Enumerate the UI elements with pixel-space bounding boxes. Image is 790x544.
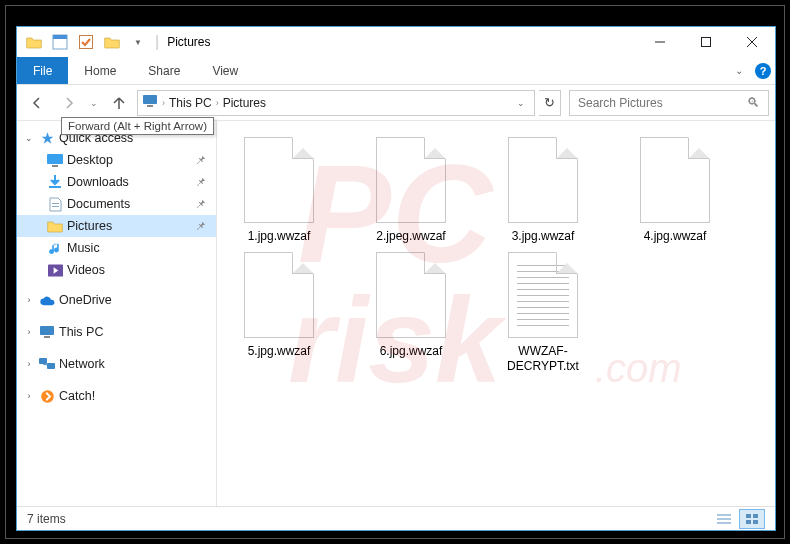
file-icon xyxy=(640,137,710,223)
sidebar-item-catch[interactable]: › Catch! xyxy=(17,385,216,407)
forward-button[interactable] xyxy=(55,90,83,116)
sidebar-label: Network xyxy=(59,357,105,371)
folder-icon xyxy=(47,174,63,190)
file-item[interactable]: 4.jpg.wwzaf xyxy=(621,137,729,244)
sidebar-item-onedrive[interactable]: › OneDrive xyxy=(17,289,216,311)
file-icon xyxy=(508,137,578,223)
navigation-bar: ⌄ › This PC › Pictures ⌄ ↻ 🔍︎ Forward (A… xyxy=(17,85,775,121)
chevron-right-icon[interactable]: › xyxy=(23,359,35,369)
cloud-icon xyxy=(39,292,55,308)
chevron-right-icon[interactable]: › xyxy=(23,295,35,305)
sidebar-item-documents[interactable]: Documents📌︎ xyxy=(17,193,216,215)
recent-locations-button[interactable]: ⌄ xyxy=(87,90,101,116)
svg-rect-7 xyxy=(702,38,711,47)
file-item[interactable]: 6.jpg.wwzaf xyxy=(357,252,465,374)
pin-icon: 📌︎ xyxy=(195,176,206,188)
sidebar-item-videos[interactable]: Videos xyxy=(17,259,216,281)
breadcrumb-item[interactable]: This PC xyxy=(169,96,212,110)
qat-dropdown-icon[interactable]: ▼ xyxy=(127,31,149,53)
folder-icon xyxy=(47,262,63,278)
help-button[interactable]: ? xyxy=(751,57,775,84)
address-bar[interactable]: › This PC › Pictures ⌄ xyxy=(137,90,535,116)
file-icon xyxy=(376,137,446,223)
svg-rect-30 xyxy=(753,520,758,524)
ribbon-expand-button[interactable]: ⌄ xyxy=(727,57,751,84)
sidebar-item-label: Music xyxy=(67,241,100,255)
breadcrumb-item[interactable]: Pictures xyxy=(223,96,266,110)
sidebar-item-label: Downloads xyxy=(67,175,129,189)
tab-file[interactable]: File xyxy=(17,57,68,84)
file-name: 3.jpg.wwzaf xyxy=(512,229,575,244)
svg-rect-16 xyxy=(52,206,59,207)
search-box[interactable]: 🔍︎ xyxy=(569,90,769,116)
file-name: 5.jpg.wwzaf xyxy=(248,344,311,359)
sidebar-item-pictures[interactable]: Pictures📌︎ xyxy=(17,215,216,237)
svg-rect-19 xyxy=(44,336,50,338)
sidebar-item-label: Desktop xyxy=(67,153,113,167)
item-count: 7 items xyxy=(27,512,66,526)
details-view-button[interactable] xyxy=(711,509,737,529)
chevron-down-icon[interactable]: ⌄ xyxy=(23,133,35,143)
titlebar: ▼ | Pictures xyxy=(17,27,775,57)
svg-rect-12 xyxy=(47,154,63,164)
tab-view[interactable]: View xyxy=(196,57,254,84)
file-item[interactable]: 2.jpeg.wwzaf xyxy=(357,137,465,244)
folder-icon xyxy=(47,196,63,212)
up-button[interactable] xyxy=(105,90,133,116)
refresh-button[interactable]: ↻ xyxy=(539,90,561,116)
sidebar-item-network[interactable]: › Network xyxy=(17,353,216,375)
qat-checkbox-icon[interactable] xyxy=(75,31,97,53)
file-item[interactable]: 1.jpg.wwzaf xyxy=(225,137,333,244)
svg-rect-5 xyxy=(80,36,93,49)
file-item[interactable]: 3.jpg.wwzaf xyxy=(489,137,597,244)
svg-rect-14 xyxy=(49,186,61,188)
pc-icon xyxy=(39,324,55,340)
minimize-button[interactable] xyxy=(637,27,683,57)
back-button[interactable] xyxy=(23,90,51,116)
folder-icon xyxy=(47,152,63,168)
network-icon xyxy=(39,356,55,372)
file-item[interactable]: WWZAF-DECRYPT.txt xyxy=(489,252,597,374)
sidebar-item-music[interactable]: Music xyxy=(17,237,216,259)
file-icon xyxy=(244,252,314,338)
sidebar-item-label: Videos xyxy=(67,263,105,277)
folder-icon xyxy=(47,240,63,256)
sidebar-label: This PC xyxy=(59,325,103,339)
tooltip: Forward (Alt + Right Arrow) xyxy=(61,117,214,135)
icons-view-button[interactable] xyxy=(739,509,765,529)
star-icon xyxy=(39,130,55,146)
qat-newfolder-button[interactable] xyxy=(101,31,123,53)
svg-rect-18 xyxy=(40,326,54,335)
file-icon xyxy=(376,252,446,338)
file-name: 2.jpeg.wwzaf xyxy=(376,229,445,244)
maximize-button[interactable] xyxy=(683,27,729,57)
sidebar-item-label: Documents xyxy=(67,197,130,211)
sidebar-label: Catch! xyxy=(59,389,95,403)
sidebar-item-this-pc[interactable]: › This PC xyxy=(17,321,216,343)
pin-icon: 📌︎ xyxy=(195,154,206,166)
svg-rect-10 xyxy=(143,95,157,104)
svg-rect-11 xyxy=(147,105,153,107)
file-grid[interactable]: 1.jpg.wwzaf2.jpeg.wwzaf3.jpg.wwzaf4.jpg.… xyxy=(217,121,775,506)
tab-share[interactable]: Share xyxy=(132,57,196,84)
file-name: 4.jpg.wwzaf xyxy=(644,229,707,244)
chevron-right-icon[interactable]: › xyxy=(23,391,35,401)
qat-properties-button[interactable] xyxy=(49,31,71,53)
svg-rect-15 xyxy=(52,203,59,204)
svg-rect-13 xyxy=(52,165,58,167)
chevron-right-icon: › xyxy=(216,98,219,108)
file-item[interactable]: 5.jpg.wwzaf xyxy=(225,252,333,374)
chevron-right-icon: › xyxy=(162,98,165,108)
chevron-right-icon[interactable]: › xyxy=(23,327,35,337)
address-history-button[interactable]: ⌄ xyxy=(512,98,530,108)
close-button[interactable] xyxy=(729,27,775,57)
search-input[interactable] xyxy=(578,96,747,110)
svg-rect-29 xyxy=(746,520,751,524)
sidebar-item-label: Pictures xyxy=(67,219,112,233)
tab-home[interactable]: Home xyxy=(68,57,132,84)
sidebar-item-downloads[interactable]: Downloads📌︎ xyxy=(17,171,216,193)
svg-rect-28 xyxy=(753,514,758,518)
catch-icon xyxy=(39,388,55,404)
sidebar-item-desktop[interactable]: Desktop📌︎ xyxy=(17,149,216,171)
file-name: 1.jpg.wwzaf xyxy=(248,229,311,244)
